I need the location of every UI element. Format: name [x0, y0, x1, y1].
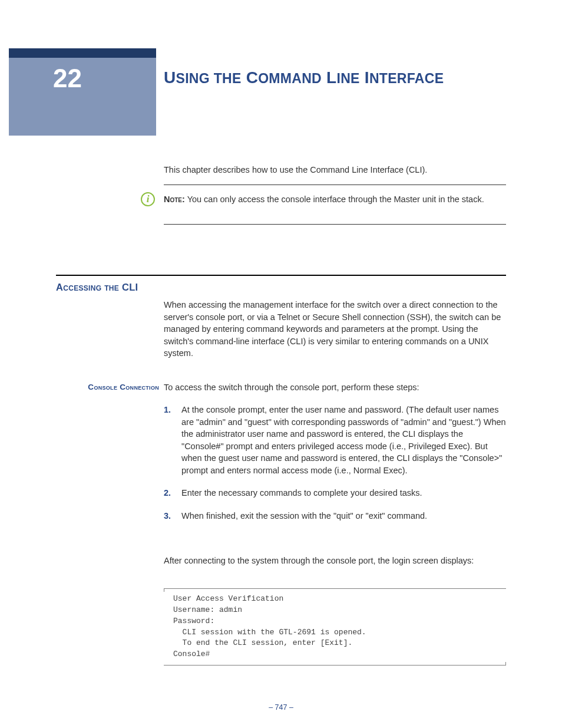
- subsection-side-heading: Console Connection: [56, 381, 159, 393]
- list-item: 3. When finished, exit the session with …: [164, 510, 506, 522]
- section-divider: [56, 275, 506, 276]
- step-body: When finished, exit the session with the…: [181, 510, 506, 522]
- chapter-accent-bar: [9, 48, 156, 58]
- list-item: 2. Enter the necessary commands to compl…: [164, 487, 506, 499]
- info-icon: i: [141, 192, 155, 206]
- code-block-container: User Access Verification Username: admin…: [164, 588, 506, 666]
- list-item: 1. At the console prompt, enter the user…: [164, 404, 506, 476]
- code-divider-bottom: [164, 665, 506, 666]
- code-corner-tl: [164, 588, 164, 592]
- step-body: Enter the necessary commands to complete…: [181, 487, 506, 499]
- step-body: At the console prompt, enter the user na…: [181, 404, 506, 476]
- ordered-steps: 1. At the console prompt, enter the user…: [164, 404, 506, 533]
- subsection-after-text: After connecting to the system through t…: [164, 555, 506, 567]
- chapter-title: USING THE COMMAND LINE INTERFACE: [164, 65, 506, 90]
- subsection-intro: To access the switch through the console…: [164, 381, 506, 394]
- note-label: Note:: [164, 195, 185, 204]
- note-divider-bottom: [164, 224, 506, 225]
- document-page: 22 USING THE COMMAND LINE INTERFACE This…: [0, 0, 562, 728]
- section-heading: Accessing the CLI: [56, 282, 138, 293]
- note-text: Note: You can only access the console in…: [164, 193, 506, 206]
- page-number: – 747 –: [0, 703, 562, 711]
- note-body: You can only access the console interfac…: [185, 195, 484, 204]
- section-body: When accessing the management interface …: [164, 299, 506, 360]
- code-corner-br: [505, 662, 506, 666]
- step-number: 2.: [164, 487, 181, 499]
- chapter-number-block: [9, 58, 156, 136]
- code-block: User Access Verification Username: admin…: [164, 589, 506, 665]
- step-number: 3.: [164, 510, 181, 522]
- step-number: 1.: [164, 404, 181, 476]
- note-divider-top: [164, 185, 506, 185]
- chapter-number: 22: [53, 64, 82, 93]
- chapter-intro: This chapter describes how to use the Co…: [164, 164, 506, 176]
